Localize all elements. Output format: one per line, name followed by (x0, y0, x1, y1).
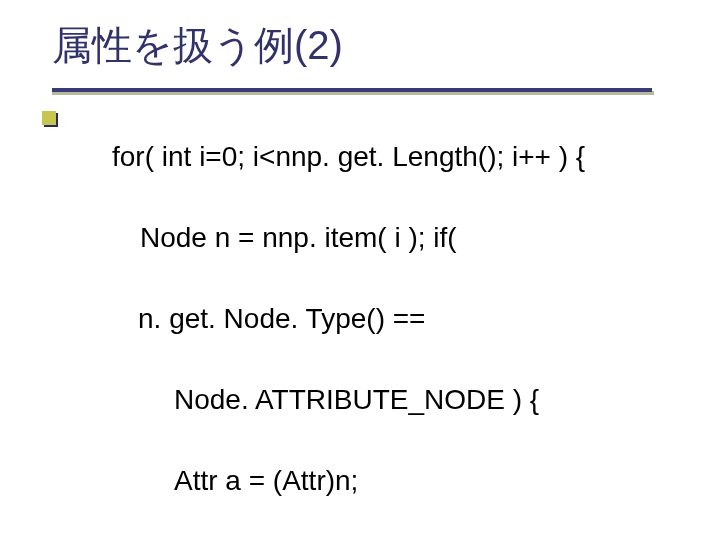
title-block: 属性を扱う例(2) (52, 18, 672, 73)
slide: 属性を扱う例(2) for( int i=0; i<nnp. get. Leng… (0, 0, 720, 540)
code-line: Node. ATTRIBUTE_NODE ) { (174, 380, 692, 421)
title-underline (52, 88, 652, 92)
bullet-icon (42, 111, 56, 125)
code-line: Node n = nnp. item( i ); if( (140, 218, 692, 259)
code-block: for( int i=0; i<nnp. get. Length(); i++ … (112, 96, 692, 540)
slide-title: 属性を扱う例(2) (52, 18, 672, 73)
code-line: Attr a = (Attr)n; (174, 461, 692, 502)
code-line: for( int i=0; i<nnp. get. Length(); i++ … (112, 137, 692, 178)
code-line: n. get. Node. Type() == (138, 299, 692, 340)
